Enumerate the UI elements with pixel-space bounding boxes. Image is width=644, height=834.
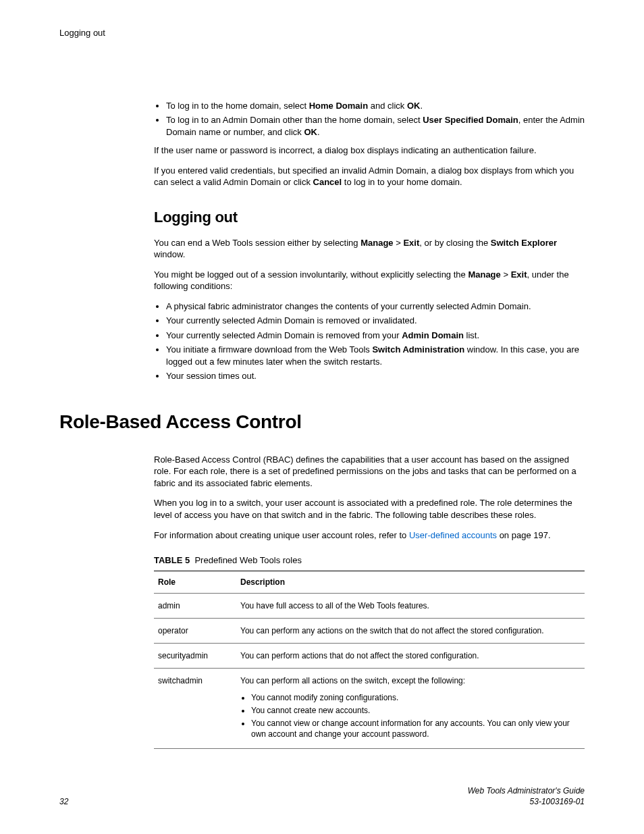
table-caption: TABLE 5 Predefined Web Tools roles [154,554,585,567]
role-name: switchadmin [154,669,236,749]
involuntary-logout-intro: You might be logged out of a session inv… [154,269,585,292]
login-domain-bullets: To log in to the home domain, select Hom… [154,100,585,138]
switchadmin-exceptions: You cannot modify zoning configurations.… [240,692,581,740]
roles-table: Role Description admin You have full acc… [154,571,585,750]
list-item: You cannot modify zoning configurations. [251,692,581,703]
doc-number: 53-1003169-01 [468,796,585,807]
role-desc: You can perform all actions on the switc… [236,669,585,749]
auth-failure-note: If the user name or password is incorrec… [154,145,585,157]
page-number: 32 [59,796,68,807]
list-item: To log in to the home domain, select Hom… [166,100,585,112]
heading-logging-out: Logging out [154,207,585,228]
list-item: Your currently selected Admin Domain is … [166,315,585,327]
role-name: securityadmin [154,644,236,669]
list-item: Your currently selected Admin Domain is … [166,330,585,342]
table-row: securityadmin You can perform actions th… [154,644,585,669]
rbac-intro: Role-Based Access Control (RBAC) defines… [154,454,585,490]
logout-conditions: A physical fabric administrator changes … [154,301,585,382]
th-role: Role [154,571,236,593]
table-row: admin You have full access to all of the… [154,593,585,618]
role-desc: You have full access to all of the Web T… [236,593,585,618]
th-description: Description [236,571,585,593]
role-desc: You can perform any actions on the switc… [236,618,585,643]
invalid-domain-note: If you entered valid credentials, but sp… [154,165,585,188]
logout-method: You can end a Web Tools session either b… [154,237,585,261]
list-item: Your session times out. [166,370,585,382]
role-desc: You can perform actions that do not affe… [236,644,585,669]
list-item: You cannot view or change account inform… [251,718,581,739]
role-name: operator [154,618,236,643]
list-item: To log in to an Admin Domain other than … [166,114,585,138]
list-item: You initiate a firmware download from th… [166,344,585,367]
heading-rbac: Role-Based Access Control [59,409,585,435]
table-row: operator You can perform any actions on … [154,618,585,643]
table-row: switchadmin You can perform all actions … [154,669,585,749]
list-item: You cannot create new accounts. [251,705,581,716]
rbac-role-assoc: When you log in to a switch, your user a… [154,497,585,521]
page-footer: 32 Web Tools Administrator's Guide 53-10… [59,785,585,807]
list-item: A physical fabric administrator changes … [166,301,585,313]
running-header: Logging out [59,27,585,39]
rbac-xref: For information about creating unique us… [154,529,585,542]
link-user-defined-accounts[interactable]: User-defined accounts [409,530,497,540]
doc-title: Web Tools Administrator's Guide [468,785,585,796]
role-name: admin [154,593,236,618]
